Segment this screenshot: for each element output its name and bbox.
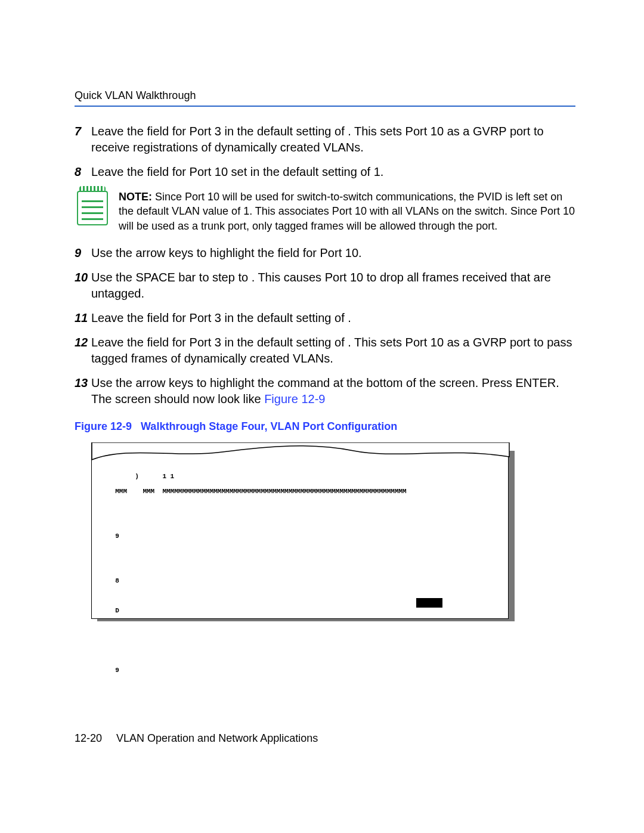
doc-title: VLAN Operation and Network Applications [116, 732, 318, 744]
header-divider [75, 106, 575, 107]
step-number: 8 [75, 164, 91, 180]
terminal-cursor [416, 598, 442, 608]
torn-edge-icon [91, 442, 510, 460]
step-9: 9 Use the arrow keys to highlight the fi… [75, 245, 575, 261]
step-number: 7 [75, 123, 91, 156]
step-text: Leave the field for Port 10 set in the d… [91, 164, 575, 180]
terminal-line: MMM MMM MMMMMMMMMMMMMMMMMMMMMMMMMMMMMMMM… [107, 488, 496, 497]
step-10: 10 Use the SPACE bar to step to . This c… [75, 270, 575, 302]
step-text: Leave the field for Port 3 in the defaul… [91, 335, 575, 367]
step-7: 7 Leave the field for Port 3 in the defa… [75, 123, 575, 156]
step-text: Leave the field for Port 3 in the defaul… [91, 123, 575, 156]
step-12: 12 Leave the field for Port 3 in the def… [75, 335, 575, 367]
step-number: 10 [75, 270, 91, 302]
step-number: 12 [75, 335, 91, 367]
figure-reference-link[interactable]: Figure 12-9 [264, 392, 325, 405]
note-block: NOTE: Since Port 10 will be used for swi… [75, 190, 575, 233]
terminal-line: 9 [107, 533, 496, 541]
step-11: 11 Leave the field for Port 3 in the def… [75, 310, 575, 326]
note-text: NOTE: Since Port 10 will be used for swi… [119, 190, 575, 233]
step-number: 9 [75, 245, 91, 261]
note-label: NOTE: [119, 191, 152, 203]
step-8: 8 Leave the field for Port 10 set in the… [75, 164, 575, 180]
terminal-line: ) 1 1 [107, 473, 496, 482]
step-text: Use the SPACE bar to step to . This caus… [91, 270, 575, 302]
terminal-line: D [107, 608, 496, 616]
section-header: Quick VLAN Walkthrough [75, 89, 575, 102]
note-body: Since Port 10 will be used for switch-to… [119, 191, 575, 232]
terminal-line: 9 [107, 667, 496, 676]
step-number: 11 [75, 310, 91, 326]
terminal-content: ) 1 1 MMM MMM MMMMMMMMMMMMMMMMMMMMMMMMMM… [107, 467, 496, 612]
terminal-line: 8 [107, 578, 496, 586]
figure-caption-title: Walkthrough Stage Four, VLAN Port Config… [141, 420, 397, 432]
terminal-screenshot: ) 1 1 MMM MMM MMMMMMMMMMMMMMMMMMMMMMMMMM… [91, 442, 509, 619]
page-footer: 12-20VLAN Operation and Network Applicat… [75, 732, 318, 745]
step-text: Use the arrow keys to highlight the comm… [91, 375, 575, 407]
step-13: 13 Use the arrow keys to highlight the c… [75, 375, 575, 407]
figure-caption-number: Figure 12-9 [75, 420, 132, 432]
note-icon [77, 190, 108, 225]
step-text: Leave the field for Port 3 in the defaul… [91, 310, 575, 326]
step-number: 13 [75, 375, 91, 407]
step-text: Use the arrow keys to highlight the fiel… [91, 245, 575, 261]
page-number: 12-20 [75, 732, 102, 744]
figure-caption: Figure 12-9 Walkthrough Stage Four, VLAN… [75, 420, 575, 433]
